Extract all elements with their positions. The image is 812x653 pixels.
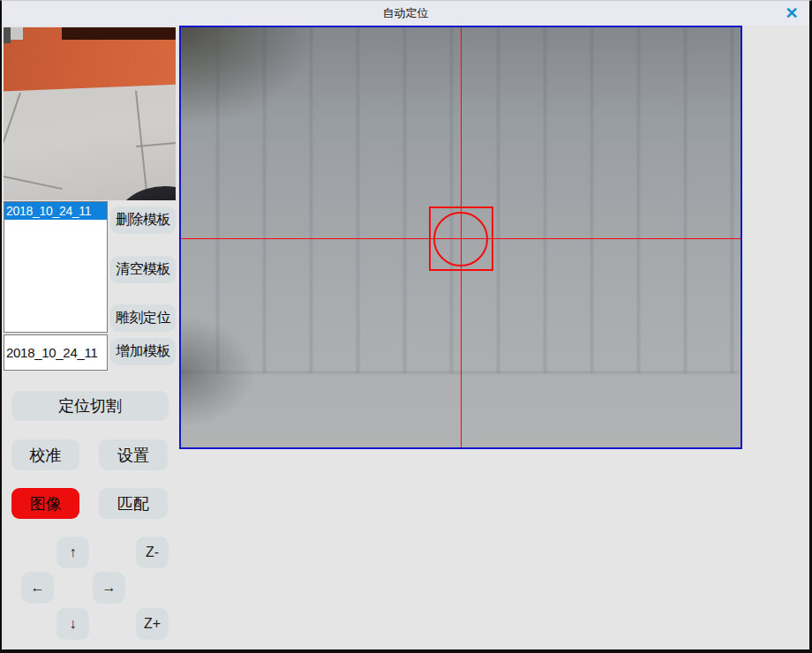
calibrate-button[interactable]: 校准 — [11, 439, 79, 470]
dialog-title: 自动定位 — [383, 5, 429, 21]
delete-template-button[interactable]: 删除模板 — [110, 206, 176, 234]
image-button[interactable]: 图像 — [11, 488, 79, 519]
jog-left-button[interactable]: ← — [21, 572, 54, 604]
title-bar: 自动定位 ✕ — [2, 1, 809, 26]
jog-z-minus-button[interactable]: Z- — [136, 537, 169, 568]
thumbnail-dark-edge — [4, 27, 11, 43]
thumbnail-dark-strip — [62, 27, 176, 40]
template-list[interactable]: 2018_10_24_11 — [4, 201, 108, 333]
add-template-button[interactable]: 增加模板 — [110, 338, 176, 365]
target-circle — [433, 212, 488, 266]
jog-z-plus-button[interactable]: Z+ — [136, 608, 169, 640]
clear-templates-button[interactable]: 清空模板 — [110, 256, 176, 283]
template-thumbnail-preview — [4, 27, 176, 200]
tile-seam — [4, 176, 63, 190]
tile-seam — [4, 93, 21, 200]
settings-button[interactable]: 设置 — [99, 439, 168, 470]
jog-right-button[interactable]: → — [93, 572, 125, 604]
thumbnail-dark-object — [117, 186, 176, 200]
engrave-position-button[interactable]: 雕刻定位 — [110, 304, 176, 332]
position-cut-button[interactable]: 定位切割 — [11, 391, 169, 421]
thumbnail-orange-beam — [4, 27, 176, 200]
auto-position-dialog: 自动定位 ✕ 2018_10_24_11 删除模板 清空模板 雕刻定位 增加模板… — [0, 0, 812, 653]
close-icon[interactable]: ✕ — [781, 4, 802, 23]
jog-down-button[interactable]: ↓ — [56, 608, 89, 640]
match-button[interactable]: 匹配 — [99, 488, 168, 519]
template-name-field[interactable] — [4, 334, 108, 371]
jog-up-button[interactable]: ↑ — [56, 537, 89, 568]
thumbnail-gray-chip — [11, 27, 23, 40]
list-item[interactable]: 2018_10_24_11 — [4, 202, 107, 220]
camera-view[interactable] — [179, 26, 742, 449]
